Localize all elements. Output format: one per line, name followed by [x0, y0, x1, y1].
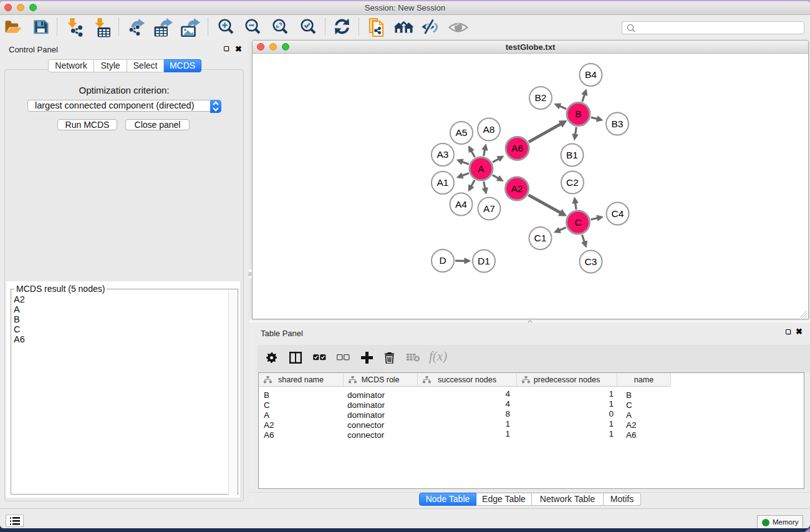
- svg-text:A6: A6: [511, 143, 523, 153]
- svg-text:A3: A3: [437, 149, 449, 160]
- svg-text:C: C: [574, 217, 581, 228]
- svg-text:C3: C3: [585, 256, 597, 267]
- svg-text:B2: B2: [535, 92, 547, 103]
- svg-text:A8: A8: [483, 124, 495, 135]
- svg-text:A4: A4: [455, 199, 467, 210]
- svg-text:B4: B4: [585, 69, 597, 80]
- svg-text:A7: A7: [483, 203, 495, 214]
- svg-text:D: D: [439, 255, 446, 266]
- svg-text:C2: C2: [566, 177, 579, 188]
- svg-text:C4: C4: [612, 208, 624, 219]
- svg-text:D1: D1: [478, 256, 490, 266]
- svg-text:B: B: [575, 109, 581, 119]
- svg-text:B3: B3: [612, 118, 624, 129]
- svg-text:C1: C1: [534, 233, 547, 243]
- svg-text:A: A: [478, 163, 485, 174]
- svg-text:A1: A1: [437, 177, 449, 188]
- svg-text:B1: B1: [566, 150, 578, 160]
- svg-text:A2: A2: [511, 183, 523, 194]
- svg-text:A5: A5: [456, 127, 468, 138]
